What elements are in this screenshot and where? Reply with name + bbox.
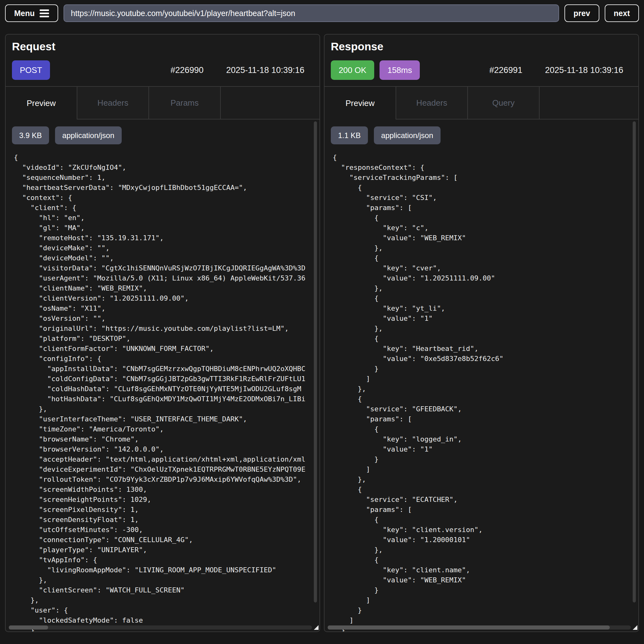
- response-header: Response 200 OK 158ms #226991 2025-11-18…: [325, 35, 638, 86]
- request-resize-grip-icon[interactable]: [314, 625, 319, 630]
- response-tab-filler: [540, 87, 638, 119]
- request-tab-params[interactable]: Params: [149, 87, 221, 119]
- panels-container: Request POST #226990 2025-11-18 10:39:16…: [0, 22, 644, 632]
- url-input[interactable]: [64, 4, 559, 22]
- request-content-type-badge: application/json: [55, 126, 121, 144]
- next-button-label: next: [614, 9, 630, 18]
- response-time-badge: 158ms: [380, 60, 420, 80]
- response-json-body: { "responseContext": { "serviceTrackingP…: [325, 153, 638, 631]
- request-header: Request POST #226990 2025-11-18 10:39:16: [6, 35, 319, 86]
- request-badge-row: 3.9 KB application/json: [6, 119, 319, 144]
- response-tab-row: Preview Headers Query: [325, 86, 638, 119]
- request-json-body: { "videoId": "ZkCUfoNgIO4", "sequenceNum…: [6, 153, 319, 631]
- prev-button[interactable]: prev: [564, 4, 599, 22]
- request-panel: Request POST #226990 2025-11-18 10:39:16…: [5, 34, 320, 632]
- response-panel: Response 200 OK 158ms #226991 2025-11-18…: [324, 34, 639, 632]
- request-size-badge: 3.9 KB: [12, 126, 49, 144]
- response-title: Response: [331, 40, 632, 53]
- menu-button-label: Menu: [14, 9, 35, 18]
- response-content-type-badge: application/json: [374, 126, 440, 144]
- response-horizontal-scrollbar-track[interactable]: [328, 625, 631, 630]
- response-timestamp: 2025-11-18 10:39:16: [545, 65, 623, 75]
- response-tab-preview[interactable]: Preview: [325, 87, 396, 119]
- response-tab-query[interactable]: Query: [468, 87, 540, 119]
- request-method-badge: POST: [12, 60, 50, 80]
- request-tab-headers[interactable]: Headers: [77, 87, 149, 119]
- request-meta-row: POST #226990 2025-11-18 10:39:16: [12, 60, 313, 86]
- response-vertical-scrollbar[interactable]: [633, 121, 636, 602]
- prev-button-label: prev: [574, 9, 590, 18]
- response-id: #226991: [489, 65, 522, 75]
- response-resize-grip-icon[interactable]: [633, 625, 637, 630]
- request-title: Request: [12, 40, 313, 53]
- request-horizontal-scrollbar-thumb[interactable]: [9, 625, 48, 630]
- response-size-badge: 1.1 KB: [331, 126, 368, 144]
- menu-button[interactable]: Menu: [5, 4, 58, 22]
- request-vertical-scrollbar[interactable]: [314, 121, 317, 602]
- response-tab-headers[interactable]: Headers: [396, 87, 468, 119]
- top-bar: Menu prev next: [0, 0, 644, 22]
- response-horizontal-scrollbar-thumb[interactable]: [328, 625, 610, 630]
- next-button[interactable]: next: [605, 4, 639, 22]
- request-timestamp: 2025-11-18 10:39:16: [226, 65, 304, 75]
- request-horizontal-scrollbar-track[interactable]: [9, 625, 312, 630]
- response-status-badge: 200 OK: [331, 60, 374, 80]
- response-content: 1.1 KB application/json { "responseConte…: [325, 119, 638, 631]
- request-content: 3.9 KB application/json { "videoId": "Zk…: [6, 119, 319, 631]
- request-tab-preview[interactable]: Preview: [6, 87, 77, 119]
- request-tab-filler: [221, 87, 319, 119]
- request-tab-row: Preview Headers Params: [6, 86, 319, 119]
- hamburger-icon: [40, 9, 49, 17]
- response-badge-row: 1.1 KB application/json: [325, 119, 638, 144]
- request-id: #226990: [170, 65, 203, 75]
- response-meta-row: 200 OK 158ms #226991 2025-11-18 10:39:16: [331, 60, 632, 86]
